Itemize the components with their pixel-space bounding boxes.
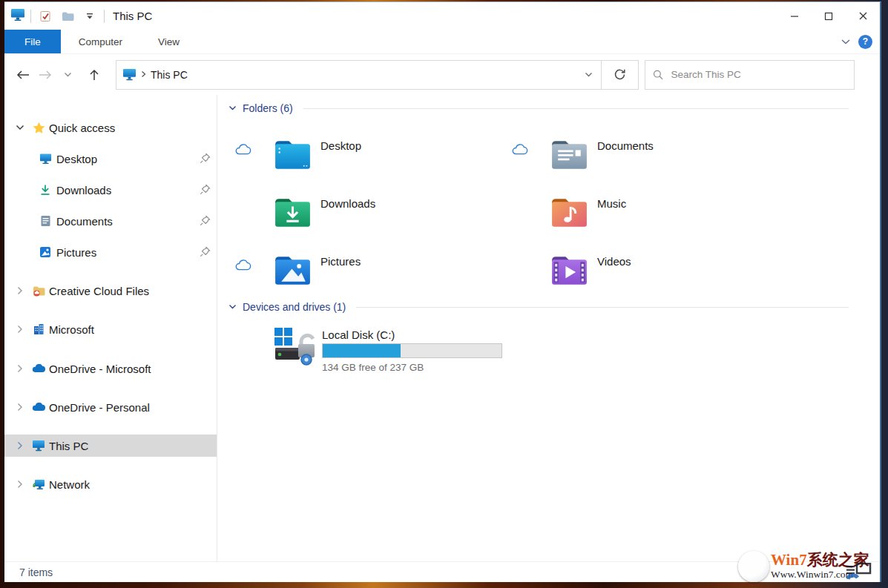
forward-button[interactable]	[34, 64, 56, 86]
sidebar-item-documents[interactable]: Documents	[4, 210, 217, 232]
chevron-right-icon[interactable]	[14, 440, 26, 452]
folder-tile-music[interactable]: Music	[500, 191, 626, 233]
sidebar-item-desktop[interactable]: Desktop	[4, 148, 217, 170]
windows-flag-logo-icon	[738, 551, 769, 582]
tab-computer[interactable]: Computer	[61, 30, 140, 53]
collapse-group-chevron-icon[interactable]	[228, 304, 237, 310]
sidebar-item-downloads[interactable]: Downloads	[4, 179, 217, 201]
quick-access-toolbar	[36, 7, 99, 25]
chevron-right-icon[interactable]	[14, 401, 26, 413]
folder-tile-desktop[interactable]: Desktop	[223, 133, 361, 175]
disk-usage-fill	[323, 344, 401, 357]
group-header-devices[interactable]: Devices and drives (1)	[228, 301, 849, 313]
minimize-button[interactable]	[777, 2, 812, 30]
system-drive-icon	[272, 323, 316, 368]
sidebar-item-quick-access[interactable]: Quick access	[4, 116, 217, 139]
folder-tile-pictures[interactable]: Pictures	[223, 248, 361, 291]
documents-folder-icon	[548, 133, 591, 175]
minimize-ribbon-chevron-icon[interactable]	[841, 35, 851, 48]
tab-view[interactable]: View	[140, 30, 197, 53]
pin-icon	[200, 153, 211, 166]
address-dropdown-chevron-icon[interactable]	[576, 61, 601, 89]
window-title: This PC	[113, 10, 152, 22]
back-button[interactable]	[12, 64, 34, 86]
desktop-icon	[39, 152, 52, 165]
folder-tile-documents[interactable]: Documents	[500, 133, 654, 175]
close-button[interactable]	[846, 2, 880, 30]
pin-icon	[200, 246, 211, 260]
titlebar: This PC	[4, 2, 880, 30]
building-icon	[32, 323, 45, 336]
onedrive-cloud-icon	[32, 400, 45, 414]
explorer-window: This PC File Computer View ?	[4, 1, 881, 582]
help-icon[interactable]: ?	[858, 35, 872, 49]
sidebar-item-network[interactable]: Network	[4, 473, 217, 495]
customize-toolbar-dropdown[interactable]	[81, 7, 99, 25]
refresh-button[interactable]	[602, 60, 639, 90]
pin-icon	[200, 215, 211, 228]
sidebar-item-this-pc[interactable]: This PC	[4, 435, 217, 457]
onedrive-cloud-icon	[32, 362, 45, 375]
sidebar-item-onedrive-personal[interactable]: OneDrive - Personal	[4, 396, 217, 418]
star-icon	[32, 121, 45, 134]
breadcrumb[interactable]: This PC	[151, 69, 188, 81]
chevron-right-icon[interactable]	[14, 363, 26, 374]
watermark-brand-prefix: Win7	[771, 551, 807, 569]
download-icon	[39, 183, 52, 196]
chevron-right-icon[interactable]	[14, 285, 26, 297]
item-count: 7 items	[19, 566, 53, 578]
onedrive-status-cloud-icon	[511, 143, 528, 156]
search-icon	[653, 69, 664, 81]
folder-tile-videos[interactable]: Videos	[500, 248, 631, 291]
watermark: Win7系统之家 Www.Winwin7.com	[737, 549, 885, 588]
navigation-pane: Quick access Desktop Downloads Documents…	[4, 95, 217, 561]
breadcrumb-chevron-icon[interactable]	[141, 70, 146, 80]
group-divider	[303, 108, 849, 109]
search-box[interactable]	[645, 60, 855, 90]
chevron-right-icon[interactable]	[14, 478, 26, 490]
window-controls	[777, 2, 880, 30]
videos-folder-icon	[548, 248, 591, 291]
this-pc-icon	[122, 68, 137, 81]
group-header-folders[interactable]: Folders (6)	[228, 102, 849, 114]
document-icon	[39, 214, 52, 228]
disk-usage-bar	[322, 343, 502, 358]
new-folder-button[interactable]	[59, 7, 76, 25]
titlebar-separator	[104, 10, 105, 23]
pictures-icon	[39, 245, 52, 259]
collapse-group-chevron-icon[interactable]	[228, 105, 237, 111]
onedrive-status-cloud-icon	[234, 259, 251, 271]
onedrive-status-cloud-icon	[234, 143, 251, 156]
desktop-folder-icon	[272, 133, 314, 175]
network-icon	[32, 478, 45, 491]
maximize-button[interactable]	[812, 2, 846, 30]
ribbon-tabs: File Computer View ?	[4, 30, 880, 54]
up-button[interactable]	[83, 64, 105, 86]
downloads-folder-icon	[272, 191, 314, 233]
folder-tile-downloads[interactable]: Downloads	[223, 191, 375, 233]
properties-button[interactable]	[36, 7, 54, 25]
creative-cloud-folder-icon	[32, 284, 45, 297]
chevron-down-icon[interactable]	[14, 122, 26, 133]
file-list-pane: Folders (6) Desktop Documents	[217, 95, 880, 561]
sidebar-item-microsoft[interactable]: Microsoft	[4, 318, 217, 340]
drive-free-space: 134 GB free of 237 GB	[322, 362, 502, 373]
search-input[interactable]	[671, 69, 847, 80]
sidebar-item-onedrive-microsoft[interactable]: OneDrive - Microsoft	[4, 357, 217, 380]
pin-icon	[200, 184, 211, 197]
pictures-folder-icon	[272, 248, 314, 291]
this-pc-app-icon	[10, 8, 25, 24]
address-bar[interactable]: This PC	[116, 60, 602, 90]
this-pc-icon	[32, 439, 45, 452]
overlapping-monitor-glyph-icon	[846, 563, 872, 585]
drive-tile-local-disk-c[interactable]: Local Disk (C:) 134 GB free of 237 GB	[272, 323, 502, 373]
sidebar-item-pictures[interactable]: Pictures	[4, 241, 217, 263]
sidebar-item-creative-cloud-files[interactable]: Creative Cloud Files	[4, 280, 217, 302]
navigation-bar: This PC	[4, 54, 880, 95]
music-folder-icon	[548, 191, 591, 233]
titlebar-separator	[30, 10, 31, 23]
group-divider	[356, 307, 849, 308]
chevron-right-icon[interactable]	[14, 323, 26, 335]
recent-locations-chevron-icon[interactable]	[56, 64, 79, 86]
tab-file[interactable]: File	[4, 30, 61, 53]
